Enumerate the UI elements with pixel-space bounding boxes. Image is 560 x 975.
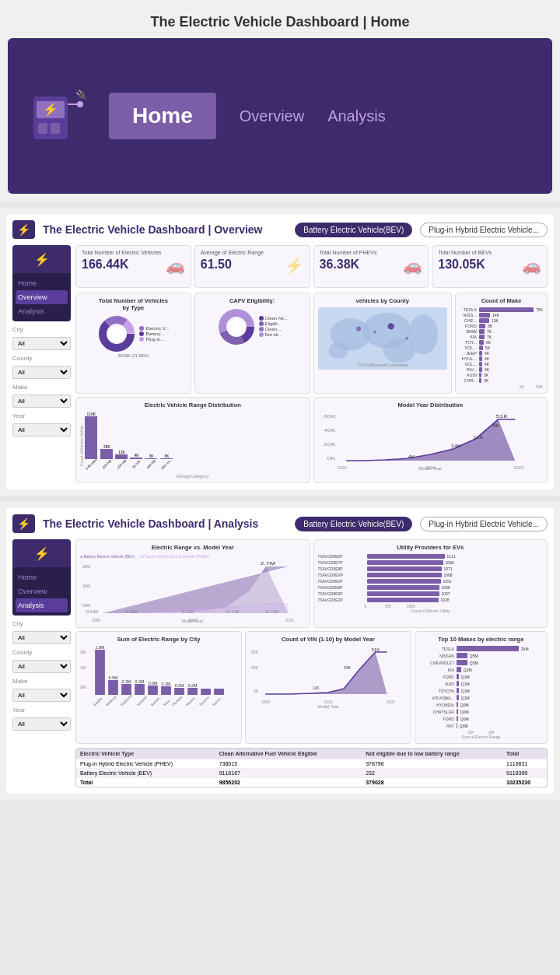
analysis-year-select[interactable]: All: [12, 717, 71, 731]
kpi-car-icon-1: 🚗: [166, 256, 185, 275]
make-row-chr: CHR... 3K: [460, 378, 543, 383]
vin-year-area: 50K 25K 0K 51K 54K 11K 2000: [250, 646, 407, 704]
total-total: 10235230: [502, 778, 547, 787]
sidebar-nav: Home Overview Analysis: [12, 273, 71, 321]
analysis-filter-make: Make All: [12, 678, 71, 702]
year-2020: 2020: [514, 465, 523, 470]
range-bar-5: [145, 458, 157, 459]
range-bars: 116K 0-99 miles 28K 200-299: [84, 412, 306, 466]
make-row-nissan: NISSAN Q5M: [419, 653, 543, 658]
svg-point-20: [408, 314, 437, 355]
table-body: Plug-in Hybrid Electric Vehicle (PHEV) 7…: [76, 759, 547, 787]
county-filter-label: County: [12, 355, 71, 362]
range-dist-title: Electric Vehicle Range Distribution: [80, 402, 306, 409]
analysis-sidebar-nav: Home Overview Analysis: [12, 567, 71, 616]
make-row-tesla: TESLA 75K: [460, 307, 543, 312]
ry-2010: 2010: [188, 618, 197, 623]
svg-rect-64: [201, 689, 211, 695]
bev-filter-btn[interactable]: Battery Electric Vehicle(BEV): [295, 223, 412, 237]
svg-point-24: [387, 323, 394, 329]
analysis-make-select[interactable]: All: [12, 689, 71, 702]
county-map: ©2024 Microsoft Corporation: [318, 307, 448, 370]
range-lbl-4: 51-100: [131, 459, 141, 468]
svg-text:4K: 4K: [408, 454, 415, 459]
analysis-bev-filter[interactable]: Battery Electric Vehicle(BEV): [295, 517, 412, 531]
svg-text:0.3M: 0.3M: [162, 682, 171, 686]
range-lbl-5: 150-200: [145, 459, 156, 470]
vy-2010: 2010: [324, 700, 332, 704]
utility-row-1: 7SAVGD8E6P 1111: [318, 554, 544, 559]
analysis-city-select[interactable]: All: [12, 631, 71, 644]
make-row-kia-2: KIA Q2M: [419, 667, 543, 672]
sidebar-item-analysis[interactable]: Analysis: [16, 304, 68, 318]
svg-text:0M: 0M: [80, 685, 86, 689]
svg-text:🔌: 🔌: [75, 89, 87, 100]
make-row-vol2: VOL... 4K: [460, 362, 543, 367]
cafv-donut-area: Clean Alt... Eligibl... Clean...: [199, 307, 306, 346]
utility-providers-title: Utility Providers for EVs: [318, 544, 544, 551]
range-bar-col-6: 3K 300+ mi...: [159, 454, 173, 466]
range-vs-year-title: Electric Range vs. Model Year: [80, 544, 306, 551]
analysis-sidebar-overview[interactable]: Overview: [16, 584, 68, 598]
home-button[interactable]: Home: [109, 93, 216, 139]
make-row-ford-2: FORD Q1M: [419, 674, 543, 679]
svg-text:0.1M: 0.1M: [226, 609, 239, 614]
range-lbl-1: 0-99 miles: [85, 458, 98, 471]
utility-providers-chart: Utility Providers for EVs 7SAVGD8E6P 111…: [313, 539, 548, 628]
county-filter-select[interactable]: All: [12, 366, 71, 379]
bev-total: 9118399: [502, 769, 547, 778]
svg-point-21: [328, 342, 348, 359]
sidebar-item-home[interactable]: Home: [16, 276, 68, 290]
svg-text:54K: 54K: [344, 665, 352, 670]
cafv-title: CAFV Eligibility:: [199, 297, 306, 304]
analysis-sidebar-home[interactable]: Home: [16, 570, 68, 584]
total-clean: 9856202: [215, 778, 362, 787]
range-lbl-6: 300+ mi...: [160, 458, 173, 470]
sidebar-filter-county: County All: [12, 355, 71, 379]
make-filter-select[interactable]: All: [12, 395, 71, 408]
sidebar-item-overview[interactable]: Overview: [16, 290, 68, 304]
vehicles-by-county-title: vehicles by County: [318, 297, 448, 304]
legend-battery: Battery...: [139, 331, 169, 336]
cafv-chart: CAFV Eligibility: Cl: [194, 293, 310, 394]
svg-text:20K: 20K: [324, 441, 335, 447]
utility-row-6: 7SAVGD8E9P 1039: [318, 585, 544, 590]
cafv-donut-svg: [217, 307, 256, 346]
makes-xlabel: Sum of Electric Range: [419, 735, 543, 739]
make-row-riv: RIV... 4K: [460, 367, 543, 372]
vin-year-xaxis: 2000 2010 2020: [250, 700, 407, 704]
sidebar-filter-city: City All: [12, 326, 71, 350]
year-2010: 2010: [425, 465, 435, 470]
kpi-avg-range: Average of Electric Range ⚡ 61.50: [194, 245, 310, 288]
analysis-filter-city: City All: [12, 620, 71, 644]
sidebar-ev-icon: ⚡: [34, 252, 50, 267]
vin-model-year-chart: Count of VIN (1-10) by Model Year 50K 25…: [245, 631, 411, 744]
svg-point-23: [373, 331, 376, 334]
svg-text:50K: 50K: [251, 650, 259, 654]
city-filter-select[interactable]: All: [12, 337, 71, 350]
analysis-main: Electric Range vs. Model Year ● Battery …: [75, 539, 548, 787]
main-content: Total Number of Electric Vehicles 🚗 166.…: [75, 245, 548, 483]
sidebar: ⚡ Home Overview Analysis City All County: [12, 245, 71, 483]
analysis-nav-link[interactable]: Analysis: [327, 107, 385, 125]
home-title: The Electric Vehicle Dashboard | Home: [8, 8, 552, 38]
range-lbl-2: 200-299: [101, 459, 112, 470]
make-row-chev: CHEVROLET Q5M: [419, 660, 543, 665]
analysis-filter-county: County All: [12, 649, 71, 673]
svg-rect-3: [38, 123, 47, 134]
make-row-ford-3: FORD Q0M: [419, 716, 543, 721]
make-row-chrysler: CHRYSLER Q0M: [419, 709, 543, 714]
table-header-row: Electric Vehicle Type Clean Alternative …: [76, 749, 547, 759]
analysis-phev-filter[interactable]: Plug-in Hybrid Electric Vehicle...: [420, 517, 548, 531]
phev-total: 1116831: [502, 759, 547, 769]
total-not-eligible: 379028: [362, 778, 502, 787]
year-filter-select[interactable]: All: [12, 423, 71, 437]
range-bar-chart: Count of Electric Vehicl... 116K 0-99 mi…: [80, 412, 306, 466]
analysis-county-select[interactable]: All: [12, 660, 71, 673]
utility-row-5: 7SAVGD8E0P 1051: [318, 579, 544, 584]
svg-text:14K: 14K: [450, 444, 461, 448]
phev-filter-btn[interactable]: Plug-in Hybrid Electric Vehicle...: [420, 223, 548, 237]
overview-nav-link[interactable]: Overview: [240, 107, 304, 125]
ev-table: Electric Vehicle Type Clean Alternative …: [76, 749, 547, 787]
analysis-sidebar-analysis[interactable]: Analysis: [16, 598, 68, 612]
